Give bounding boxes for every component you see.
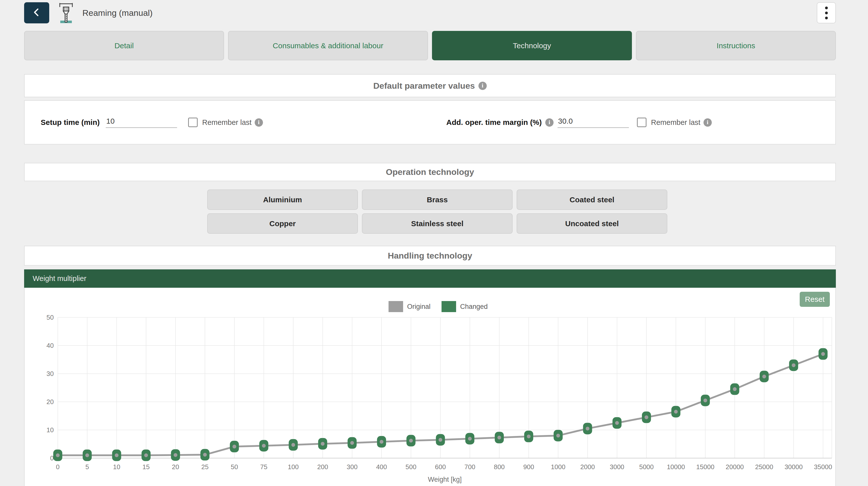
x-tick-label: 300 <box>347 463 358 471</box>
x-tick-label: 0 <box>56 463 60 471</box>
series-original-point <box>144 453 148 457</box>
series-original-point <box>321 442 324 446</box>
kebab-menu-button[interactable] <box>817 2 836 23</box>
kebab-dot <box>825 11 828 14</box>
tab-detail[interactable]: Detail <box>24 31 224 60</box>
x-tick-label: 700 <box>464 463 475 471</box>
x-tick-label: 3000 <box>610 463 624 471</box>
series-original-point <box>733 387 737 391</box>
x-tick-label: 20 <box>172 463 179 471</box>
x-tick-label: 900 <box>523 463 534 471</box>
x-tick-label: 25 <box>202 463 209 471</box>
y-tick-label: 10 <box>46 426 54 434</box>
handling-technology-heading: Handling technology <box>388 251 472 261</box>
y-tick-label: 30 <box>46 370 54 377</box>
series-original-point <box>85 453 89 457</box>
operation-technology-heading-text: Operation technology <box>386 167 474 177</box>
series-original-point <box>409 439 413 443</box>
x-tick-label: 30000 <box>785 463 803 471</box>
default-parameters-heading-text: Default parameter values <box>373 81 475 91</box>
x-tick-label: 10 <box>113 463 120 471</box>
chevron-left-icon <box>31 7 42 19</box>
handling-technology-heading-text: Handling technology <box>388 251 472 261</box>
series-original-point <box>232 445 236 449</box>
tab-bar: DetailConsumables & additional labourTec… <box>24 31 836 60</box>
legend-label: Original <box>407 303 431 311</box>
series-original-point <box>262 444 266 448</box>
setup-time-input[interactable] <box>106 117 177 128</box>
setup-time-row: Setup time (min) Remember last i <box>41 101 263 144</box>
x-tick-label: 5 <box>85 463 89 471</box>
x-tick-label: 10000 <box>667 463 685 471</box>
series-original-point <box>586 427 589 430</box>
material-button-aluminium[interactable]: Aluminium <box>207 189 358 210</box>
y-tick-label: 40 <box>46 342 54 349</box>
x-tick-label: 1000 <box>551 463 565 471</box>
x-tick-label: 35000 <box>814 463 832 471</box>
back-button[interactable] <box>24 2 49 23</box>
handling-technology-heading-card: Handling technology <box>24 246 836 266</box>
x-tick-label: 25000 <box>755 463 773 471</box>
weight-multiplier-chart[interactable]: 0102030405005101520255075100200300400500… <box>25 288 836 486</box>
legend-item-changed: Changed <box>441 301 488 312</box>
material-button-grid: AluminiumBrassCoated steelCopperStainles… <box>207 189 667 234</box>
tab-technology[interactable]: Technology <box>432 31 632 60</box>
x-tick-label: 20000 <box>725 463 744 471</box>
info-icon[interactable]: i <box>704 118 712 127</box>
operation-technology-heading: Operation technology <box>386 167 474 177</box>
series-original-point <box>380 440 383 444</box>
material-button-copper[interactable]: Copper <box>207 213 358 234</box>
series-original-point <box>174 453 177 457</box>
x-tick-label: 50 <box>231 463 238 471</box>
reaming-tool-icon <box>56 2 76 24</box>
legend-label: Changed <box>460 303 488 311</box>
series-original-point <box>291 443 295 447</box>
y-tick-label: 0 <box>50 454 54 462</box>
info-icon[interactable]: i <box>255 118 263 127</box>
info-icon[interactable]: i <box>545 118 554 127</box>
weight-multiplier-panel-header: Weight multiplier <box>24 269 836 288</box>
y-tick-label: 50 <box>46 314 54 321</box>
tab-consumables-additional-labour[interactable]: Consumables & additional labour <box>228 31 428 60</box>
kebab-dot <box>825 6 828 9</box>
y-tick-label: 20 <box>46 398 54 405</box>
remember-last-checkbox[interactable] <box>637 118 647 127</box>
material-button-stainless-steel[interactable]: Stainless steel <box>362 213 513 234</box>
legend-swatch-changed <box>441 301 456 312</box>
series-original-point <box>556 434 560 437</box>
series-original-point <box>497 436 501 439</box>
x-tick-label: 500 <box>406 463 416 471</box>
series-original-point <box>762 375 766 378</box>
x-tick-label: 400 <box>376 463 387 471</box>
weight-multiplier-title: Weight multiplier <box>33 274 86 283</box>
legend-swatch-original <box>389 301 403 312</box>
tab-instructions[interactable]: Instructions <box>636 31 836 60</box>
x-tick-label: 800 <box>494 463 504 471</box>
series-original-point <box>527 434 531 438</box>
series-original-point <box>350 441 354 445</box>
default-parameters-heading-card: Default parameter values i <box>24 74 836 97</box>
chart-legend: OriginalChanged <box>389 301 495 312</box>
material-button-uncoated-steel[interactable]: Uncoated steel <box>517 213 667 234</box>
x-tick-label: 15000 <box>696 463 714 471</box>
reset-button[interactable]: Reset <box>800 292 830 307</box>
material-button-coated-steel[interactable]: Coated steel <box>517 189 667 210</box>
x-tick-label: 15 <box>143 463 150 471</box>
x-tick-label: 600 <box>435 463 446 471</box>
series-original-point <box>792 363 796 367</box>
x-tick-label: 100 <box>288 463 299 471</box>
series-original-point <box>468 437 472 441</box>
add-oper-time-margin-label: Add. oper. time margin (%) <box>446 118 542 127</box>
info-icon[interactable]: i <box>478 82 487 90</box>
x-tick-label: 2000 <box>581 463 595 471</box>
remember-last-checkbox[interactable] <box>188 118 198 127</box>
series-original-point <box>821 352 825 356</box>
series-original-point <box>203 453 207 457</box>
series-original-point <box>704 399 707 402</box>
kebab-dot <box>825 17 828 19</box>
screen: Reaming (manual) DetailConsumables & add… <box>0 0 868 486</box>
default-parameters-heading: Default parameter values i <box>373 81 487 91</box>
material-button-brass[interactable]: Brass <box>362 189 513 210</box>
add-oper-time-margin-input[interactable] <box>558 117 629 128</box>
legend-item-original: Original <box>389 301 431 312</box>
